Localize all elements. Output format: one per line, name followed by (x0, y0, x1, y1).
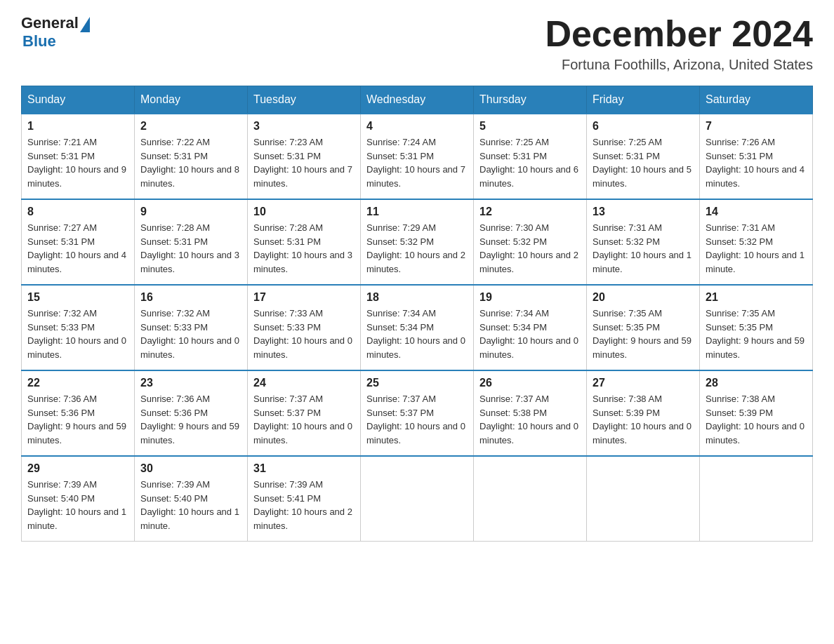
day-number: 12 (479, 206, 581, 218)
calendar-cell: 18 Sunrise: 7:34 AMSunset: 5:34 PMDaylig… (361, 285, 474, 370)
day-info: Sunrise: 7:38 AMSunset: 5:39 PMDaylight:… (706, 394, 805, 445)
day-number: 5 (479, 120, 581, 133)
logo-general-text: General (21, 14, 79, 32)
day-info: Sunrise: 7:39 AMSunset: 5:40 PMDaylight:… (140, 479, 239, 531)
day-number: 4 (366, 120, 468, 133)
logo-blue-text: Blue (22, 32, 56, 51)
calendar-cell: 21 Sunrise: 7:35 AMSunset: 5:35 PMDaylig… (700, 285, 813, 370)
logo-triangle-icon (80, 17, 90, 32)
day-info: Sunrise: 7:24 AMSunset: 5:31 PMDaylight:… (366, 137, 465, 189)
calendar-cell: 26 Sunrise: 7:37 AMSunset: 5:38 PMDaylig… (474, 370, 587, 456)
calendar-cell: 27 Sunrise: 7:38 AMSunset: 5:39 PMDaylig… (587, 370, 700, 456)
calendar-cell: 19 Sunrise: 7:34 AMSunset: 5:34 PMDaylig… (474, 285, 587, 370)
calendar-cell: 20 Sunrise: 7:35 AMSunset: 5:35 PMDaylig… (587, 285, 700, 370)
calendar-cell: 9 Sunrise: 7:28 AMSunset: 5:31 PMDayligh… (135, 199, 248, 285)
day-number: 19 (479, 291, 581, 304)
week-row-1: 1 Sunrise: 7:21 AMSunset: 5:31 PMDayligh… (22, 114, 813, 199)
day-info: Sunrise: 7:36 AMSunset: 5:36 PMDaylight:… (140, 394, 239, 445)
day-info: Sunrise: 7:35 AMSunset: 5:35 PMDaylight:… (706, 308, 805, 360)
day-number: 18 (366, 291, 468, 304)
calendar-cell: 23 Sunrise: 7:36 AMSunset: 5:36 PMDaylig… (135, 370, 248, 456)
day-number: 21 (706, 291, 807, 304)
day-number: 8 (27, 206, 128, 218)
day-info: Sunrise: 7:33 AMSunset: 5:33 PMDaylight:… (253, 308, 352, 360)
day-info: Sunrise: 7:29 AMSunset: 5:32 PMDaylight:… (366, 222, 465, 274)
day-info: Sunrise: 7:39 AMSunset: 5:41 PMDaylight:… (253, 479, 352, 531)
calendar-cell: 30 Sunrise: 7:39 AMSunset: 5:40 PMDaylig… (135, 456, 248, 542)
calendar-cell: 14 Sunrise: 7:31 AMSunset: 5:32 PMDaylig… (700, 199, 813, 285)
day-number: 1 (27, 120, 128, 133)
calendar-cell: 1 Sunrise: 7:21 AMSunset: 5:31 PMDayligh… (22, 114, 135, 199)
calendar-cell (474, 456, 587, 542)
page-header: General Blue December 2024 Fortuna Footh… (21, 14, 813, 73)
week-row-2: 8 Sunrise: 7:27 AMSunset: 5:31 PMDayligh… (22, 199, 813, 285)
day-info: Sunrise: 7:31 AMSunset: 5:32 PMDaylight:… (593, 222, 691, 274)
calendar-cell: 10 Sunrise: 7:28 AMSunset: 5:31 PMDaylig… (248, 199, 361, 285)
day-number: 6 (593, 120, 694, 133)
day-info: Sunrise: 7:28 AMSunset: 5:31 PMDaylight:… (253, 222, 352, 274)
day-info: Sunrise: 7:34 AMSunset: 5:34 PMDaylight:… (366, 308, 465, 360)
day-number: 2 (140, 120, 241, 133)
day-info: Sunrise: 7:32 AMSunset: 5:33 PMDaylight:… (140, 308, 239, 360)
calendar-cell: 6 Sunrise: 7:25 AMSunset: 5:31 PMDayligh… (587, 114, 700, 199)
weekday-header-friday: Friday (587, 86, 700, 114)
day-number: 3 (253, 120, 355, 133)
day-number: 9 (140, 206, 241, 218)
calendar-cell: 7 Sunrise: 7:26 AMSunset: 5:31 PMDayligh… (700, 114, 813, 199)
calendar-cell (587, 456, 700, 542)
calendar-cell: 29 Sunrise: 7:39 AMSunset: 5:40 PMDaylig… (22, 456, 135, 542)
weekday-header-sunday: Sunday (22, 86, 135, 114)
location-subtitle: Fortuna Foothills, Arizona, United State… (545, 57, 813, 73)
day-number: 15 (27, 291, 128, 304)
day-info: Sunrise: 7:36 AMSunset: 5:36 PMDaylight:… (27, 394, 126, 445)
day-number: 27 (593, 377, 694, 389)
title-section: December 2024 Fortuna Foothills, Arizona… (545, 14, 813, 73)
calendar-cell: 12 Sunrise: 7:30 AMSunset: 5:32 PMDaylig… (474, 199, 587, 285)
day-info: Sunrise: 7:28 AMSunset: 5:31 PMDaylight:… (140, 222, 239, 274)
day-number: 24 (253, 377, 355, 389)
calendar-cell: 25 Sunrise: 7:37 AMSunset: 5:37 PMDaylig… (361, 370, 474, 456)
calendar-cell: 16 Sunrise: 7:32 AMSunset: 5:33 PMDaylig… (135, 285, 248, 370)
calendar-cell: 15 Sunrise: 7:32 AMSunset: 5:33 PMDaylig… (22, 285, 135, 370)
calendar-cell: 13 Sunrise: 7:31 AMSunset: 5:32 PMDaylig… (587, 199, 700, 285)
day-number: 30 (140, 462, 241, 475)
calendar-cell: 31 Sunrise: 7:39 AMSunset: 5:41 PMDaylig… (248, 456, 361, 542)
calendar-cell: 8 Sunrise: 7:27 AMSunset: 5:31 PMDayligh… (22, 199, 135, 285)
weekday-header-row: SundayMondayTuesdayWednesdayThursdayFrid… (22, 86, 813, 114)
day-info: Sunrise: 7:38 AMSunset: 5:39 PMDaylight:… (593, 394, 691, 445)
month-year-title: December 2024 (545, 14, 813, 54)
day-number: 31 (253, 462, 355, 475)
day-info: Sunrise: 7:37 AMSunset: 5:37 PMDaylight:… (253, 394, 352, 445)
day-info: Sunrise: 7:31 AMSunset: 5:32 PMDaylight:… (706, 222, 805, 274)
calendar-cell: 3 Sunrise: 7:23 AMSunset: 5:31 PMDayligh… (248, 114, 361, 199)
day-info: Sunrise: 7:37 AMSunset: 5:37 PMDaylight:… (366, 394, 465, 445)
day-number: 28 (706, 377, 807, 389)
day-info: Sunrise: 7:23 AMSunset: 5:31 PMDaylight:… (253, 137, 352, 189)
calendar-table: SundayMondayTuesdayWednesdayThursdayFrid… (21, 86, 813, 542)
logo: General Blue (21, 14, 90, 51)
weekday-header-saturday: Saturday (700, 86, 813, 114)
day-info: Sunrise: 7:25 AMSunset: 5:31 PMDaylight:… (593, 137, 691, 189)
week-row-5: 29 Sunrise: 7:39 AMSunset: 5:40 PMDaylig… (22, 456, 813, 542)
calendar-cell: 22 Sunrise: 7:36 AMSunset: 5:36 PMDaylig… (22, 370, 135, 456)
day-number: 14 (706, 206, 807, 218)
calendar-cell: 17 Sunrise: 7:33 AMSunset: 5:33 PMDaylig… (248, 285, 361, 370)
calendar-cell: 24 Sunrise: 7:37 AMSunset: 5:37 PMDaylig… (248, 370, 361, 456)
day-number: 11 (366, 206, 468, 218)
calendar-cell: 11 Sunrise: 7:29 AMSunset: 5:32 PMDaylig… (361, 199, 474, 285)
day-info: Sunrise: 7:25 AMSunset: 5:31 PMDaylight:… (479, 137, 578, 189)
day-info: Sunrise: 7:22 AMSunset: 5:31 PMDaylight:… (140, 137, 239, 189)
day-number: 23 (140, 377, 241, 389)
day-info: Sunrise: 7:37 AMSunset: 5:38 PMDaylight:… (479, 394, 578, 445)
day-number: 29 (27, 462, 128, 475)
day-info: Sunrise: 7:35 AMSunset: 5:35 PMDaylight:… (593, 308, 691, 360)
day-number: 7 (706, 120, 807, 133)
calendar-cell: 4 Sunrise: 7:24 AMSunset: 5:31 PMDayligh… (361, 114, 474, 199)
calendar-cell (700, 456, 813, 542)
day-info: Sunrise: 7:34 AMSunset: 5:34 PMDaylight:… (479, 308, 578, 360)
day-number: 10 (253, 206, 355, 218)
weekday-header-tuesday: Tuesday (248, 86, 361, 114)
day-number: 16 (140, 291, 241, 304)
day-info: Sunrise: 7:26 AMSunset: 5:31 PMDaylight:… (706, 137, 805, 189)
week-row-3: 15 Sunrise: 7:32 AMSunset: 5:33 PMDaylig… (22, 285, 813, 370)
